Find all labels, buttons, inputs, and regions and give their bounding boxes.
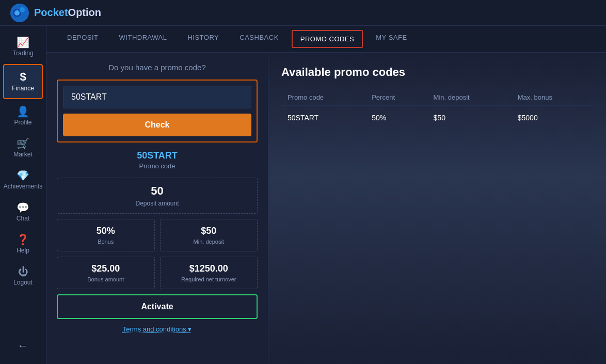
deposit-value: 50 (63, 184, 251, 198)
finance-icon: $ (20, 71, 26, 83)
bonus-amount-label: Bonus amount (63, 276, 148, 282)
col-max-bonus: Max. bonus (512, 89, 593, 106)
sidebar-item-chat[interactable]: 💬 Chat (0, 196, 46, 228)
check-button[interactable]: Check (63, 114, 251, 136)
col-promo-code: Promo code (281, 89, 365, 106)
required-turnover-box: $1250.00 Required net turnover (160, 257, 258, 289)
col-min-deposit: Min. deposit (427, 89, 512, 106)
sidebar-label-market: Market (13, 151, 33, 158)
promo-code-label: Promo code (57, 162, 258, 170)
cell-code: 50START (281, 106, 365, 130)
sidebar: 📈 Trading $ Finance 👤 Profile 🛒 Market 💎… (0, 26, 46, 364)
sidebar-item-logout[interactable]: ⏻ Logout (0, 260, 46, 292)
sidebar-label-trading: Trading (12, 50, 33, 57)
deposit-label: Deposit amount (63, 200, 251, 207)
trading-icon: 📈 (17, 37, 29, 48)
terms-link[interactable]: Terms and conditions ▾ (57, 325, 258, 333)
bonus-amount-value: $25.00 (63, 263, 148, 274)
logo: PocketOption (10, 4, 101, 22)
sidebar-label-help: Help (17, 247, 29, 254)
svg-point-3 (20, 7, 25, 12)
min-deposit-label: Min. deposit (167, 239, 251, 245)
tab-withdrawal[interactable]: WITHDRAWAL (109, 26, 178, 52)
sidebar-label-profile: Profile (14, 119, 31, 126)
required-turnover-value: $1250.00 (167, 263, 251, 274)
page-content: Do you have a promo code? Check 50START … (46, 53, 606, 364)
sidebar-item-market[interactable]: 🛒 Market (0, 132, 46, 164)
codes-content: Available promo codes Promo code Percent… (281, 66, 593, 130)
table-header-row: Promo code Percent Min. deposit Max. bon… (281, 89, 593, 106)
sidebar-item-achievements[interactable]: 💎 Achievements (0, 164, 46, 196)
bonus-amount-box: $25.00 Bonus amount (57, 257, 155, 289)
sidebar-item-profile[interactable]: 👤 Profile (0, 100, 46, 132)
sidebar-item-finance[interactable]: $ Finance (3, 64, 43, 99)
bonus-percent-label: Bonus (63, 239, 148, 245)
tab-navigation: DEPOSIT WITHDRAWAL HISTORY CASHBACK PROM… (46, 26, 606, 53)
chat-icon: 💬 (17, 202, 29, 213)
tab-promo-codes[interactable]: PROMO CODES (292, 30, 363, 48)
content: DEPOSIT WITHDRAWAL HISTORY CASHBACK PROM… (46, 26, 606, 364)
codes-table: Promo code Percent Min. deposit Max. bon… (281, 89, 593, 130)
tab-cashback[interactable]: CASHBACK (229, 26, 289, 52)
tab-history[interactable]: HISTORY (177, 26, 229, 52)
promo-form-title: Do you have a promo code? (57, 63, 258, 72)
tab-deposit[interactable]: DEPOSIT (57, 26, 109, 52)
logo-icon (10, 4, 29, 22)
promo-code-display: 50START Promo code (57, 150, 258, 170)
profile-icon: 👤 (17, 106, 29, 117)
sidebar-label-chat: Chat (17, 215, 29, 222)
deposit-box: 50 Deposit amount (57, 178, 258, 214)
back-button[interactable]: ← (11, 333, 35, 359)
sidebar-label-achievements: Achievements (4, 183, 42, 190)
min-deposit-value: $50 (167, 226, 251, 236)
promo-input-container: Check (57, 80, 258, 143)
bonus-percent-box: 50% Bonus (57, 219, 155, 251)
bonus-percent-value: 50% (63, 226, 148, 236)
sidebar-item-help[interactable]: ❓ Help (0, 228, 46, 260)
logout-icon: ⏻ (18, 266, 28, 277)
info-grid: 50% Bonus $50 Min. deposit $25.00 Bonus … (57, 219, 258, 289)
codes-panel: Available promo codes Promo code Percent… (268, 53, 606, 364)
main-layout: 📈 Trading $ Finance 👤 Profile 🛒 Market 💎… (0, 26, 606, 364)
achievements-icon: 💎 (17, 170, 29, 181)
activate-button[interactable]: Activate (57, 294, 258, 319)
sidebar-label-logout: Logout (13, 279, 33, 286)
svg-point-2 (14, 10, 20, 15)
sidebar-item-trading[interactable]: 📈 Trading (0, 31, 46, 63)
cell-max_bonus: $5000 (512, 106, 593, 130)
cell-percent: 50% (365, 106, 427, 130)
codes-title: Available promo codes (281, 66, 593, 79)
table-row: 50START50%$50$5000 (281, 106, 593, 130)
promo-code-input[interactable] (63, 86, 251, 108)
logo-text: PocketOption (34, 7, 101, 19)
col-percent: Percent (365, 89, 427, 106)
tab-my-safe[interactable]: MY SAFE (365, 26, 417, 52)
cell-min_deposit: $50 (427, 106, 512, 130)
required-turnover-label: Required net turnover (167, 276, 251, 282)
sidebar-label-finance: Finance (12, 85, 34, 92)
header: PocketOption (0, 0, 606, 26)
promo-panel: Do you have a promo code? Check 50START … (46, 53, 268, 364)
promo-code-name: 50START (57, 150, 258, 161)
min-deposit-box: $50 Min. deposit (160, 219, 258, 251)
help-icon: ❓ (17, 234, 29, 245)
market-icon: 🛒 (17, 138, 29, 149)
